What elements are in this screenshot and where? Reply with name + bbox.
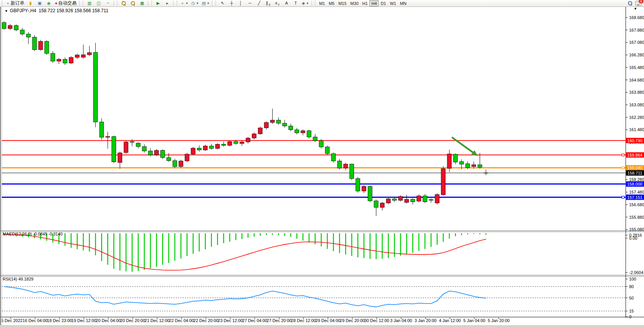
scroll-corner-icon[interactable]: ▼ xyxy=(634,7,637,11)
candlestick[interactable] xyxy=(246,138,250,142)
price-tick-label[interactable]: 168.680 xyxy=(629,15,644,20)
candlestick[interactable] xyxy=(154,150,159,155)
candlestick[interactable] xyxy=(57,59,61,61)
candlestick[interactable] xyxy=(45,42,49,53)
time-axis-label[interactable]: 20 Dec 20:00 xyxy=(120,318,145,323)
chart-canvas[interactable]: 168.680167.880167.080166.280165.480164.6… xyxy=(0,0,644,327)
candlestick[interactable] xyxy=(2,22,6,29)
price-tick-label[interactable]: 163.080 xyxy=(629,103,644,107)
auto-trading-button[interactable]: ●自动交易 xyxy=(54,0,78,6)
candlestick[interactable] xyxy=(39,42,43,50)
fibonacci-button[interactable]: ≡F xyxy=(273,0,281,6)
candlestick[interactable] xyxy=(374,201,378,207)
chart-shift-button[interactable]: ▸ xyxy=(163,0,172,6)
candlestick[interactable] xyxy=(423,196,427,202)
indicators-button-dropdown-icon[interactable]: ▼ xyxy=(186,2,188,5)
timeframe-w1-button[interactable]: W1 xyxy=(388,0,398,6)
signal-button[interactable]: ◉ xyxy=(45,0,53,6)
time-axis-label[interactable]: 21 Dec 12:00 xyxy=(145,318,169,323)
search-icon[interactable] xyxy=(628,1,632,5)
macd-signal-line[interactable] xyxy=(4,234,486,270)
crosshair-button[interactable]: ┼ xyxy=(227,0,236,6)
candlestick[interactable] xyxy=(325,147,329,154)
time-axis-label[interactable]: 3 Jan 20:00 xyxy=(414,318,437,323)
candlestick[interactable] xyxy=(51,53,55,61)
candlestick[interactable] xyxy=(185,154,189,161)
symbols-button[interactable]: ▮ xyxy=(26,0,35,6)
candlestick[interactable] xyxy=(466,164,470,168)
candlestick[interactable] xyxy=(100,122,104,137)
candlestick[interactable] xyxy=(203,146,207,150)
price-tick-label[interactable]: 164.680 xyxy=(629,78,644,82)
trendline-button[interactable]: ╱ xyxy=(255,0,263,6)
candlestick[interactable] xyxy=(386,199,390,203)
timeframe-m30-button[interactable]: M30 xyxy=(348,0,360,6)
candlestick[interactable] xyxy=(313,137,317,141)
candlestick[interactable] xyxy=(435,194,439,203)
candlestick[interactable] xyxy=(356,178,360,191)
candlestick[interactable] xyxy=(472,165,476,167)
text-button[interactable]: A xyxy=(282,0,291,6)
price-badge-label[interactable]: 158.711 xyxy=(628,171,642,175)
candlestick[interactable] xyxy=(63,59,67,63)
candlestick[interactable] xyxy=(32,37,37,50)
chart-svg[interactable]: 168.680167.880167.080166.280165.480164.6… xyxy=(0,0,644,327)
candlestick[interactable] xyxy=(87,53,92,55)
candlestick[interactable] xyxy=(228,142,232,146)
price-tick-label[interactable]: 155.080 xyxy=(629,227,644,232)
candlestick[interactable] xyxy=(276,120,281,123)
candlestick[interactable] xyxy=(447,154,451,168)
candlestick[interactable] xyxy=(405,199,409,202)
price-tick-label[interactable]: 163.880 xyxy=(629,90,644,95)
candlestick[interactable] xyxy=(234,142,238,144)
candlestick[interactable] xyxy=(283,123,287,126)
candlestick[interactable] xyxy=(362,186,366,191)
time-axis-label[interactable]: 27 Dec 04:00 xyxy=(242,318,267,323)
time-axis-label[interactable]: 22 Dec 20:00 xyxy=(193,318,218,323)
candlestick[interactable] xyxy=(179,161,183,167)
rsi-axis-label[interactable]: 15 xyxy=(629,309,634,313)
candlestick[interactable] xyxy=(289,126,293,130)
channel-button[interactable]: ∥E xyxy=(264,0,272,6)
candlestick[interactable] xyxy=(161,150,165,157)
time-axis-label[interactable]: 4 Jan 12:00 xyxy=(439,318,461,323)
candlestick[interactable] xyxy=(93,53,98,122)
time-axis-label[interactable]: 23 Dec 12:00 xyxy=(218,318,243,323)
candlestick[interactable] xyxy=(319,141,323,147)
candlestick[interactable] xyxy=(14,26,18,30)
candlestick[interactable] xyxy=(417,196,421,201)
candlestick[interactable] xyxy=(252,134,256,138)
templates-button-dropdown-icon[interactable]: ▼ xyxy=(207,2,210,5)
price-tick-label[interactable]: 161.480 xyxy=(629,127,644,132)
candlestick[interactable] xyxy=(106,136,110,137)
symbol-dropdown-icon[interactable]: ▼ xyxy=(5,9,8,13)
candlestick[interactable] xyxy=(392,199,397,200)
rsi-axis-label[interactable]: 100 xyxy=(629,277,636,281)
candlestick[interactable] xyxy=(459,162,464,164)
price-badge-label[interactable]: 160.790 xyxy=(627,138,642,143)
time-axis-label[interactable]: 3 Jan 04:00 xyxy=(390,318,412,323)
candlestick[interactable] xyxy=(136,143,140,147)
candlestick[interactable] xyxy=(20,30,24,34)
line-chart-button[interactable]: ~ xyxy=(104,0,112,6)
price-tick-label[interactable]: 167.880 xyxy=(629,28,644,32)
price-badge-label[interactable]: 157.151 xyxy=(627,195,642,200)
candlestick[interactable] xyxy=(142,147,146,151)
candlestick[interactable] xyxy=(209,146,214,149)
shapes-button[interactable]: ◈▼ xyxy=(300,0,310,6)
periods-button-dropdown-icon[interactable]: ▼ xyxy=(196,2,199,5)
time-axis-label[interactable]: 5 Jan 20:00 xyxy=(488,318,510,323)
cursor-button[interactable]: ↖ xyxy=(218,0,226,6)
candlestick[interactable] xyxy=(215,144,220,149)
price-tick-label[interactable]: 155.880 xyxy=(629,215,644,220)
auto-scroll-button[interactable]: ▶ xyxy=(154,0,162,6)
candlestick[interactable] xyxy=(484,173,488,173)
time-axis-label[interactable]: 29 Dec 20:00 xyxy=(340,318,365,323)
timeframe-m15-button[interactable]: M15 xyxy=(336,0,348,6)
candlestick[interactable] xyxy=(380,203,384,207)
candlestick[interactable] xyxy=(307,131,311,137)
candlestick[interactable] xyxy=(350,164,354,178)
time-axis-label[interactable]: 16 Dec 04:00 xyxy=(22,318,47,323)
time-axis-label[interactable]: 27 Dec 20:00 xyxy=(267,318,291,323)
candlestick[interactable] xyxy=(478,165,482,167)
